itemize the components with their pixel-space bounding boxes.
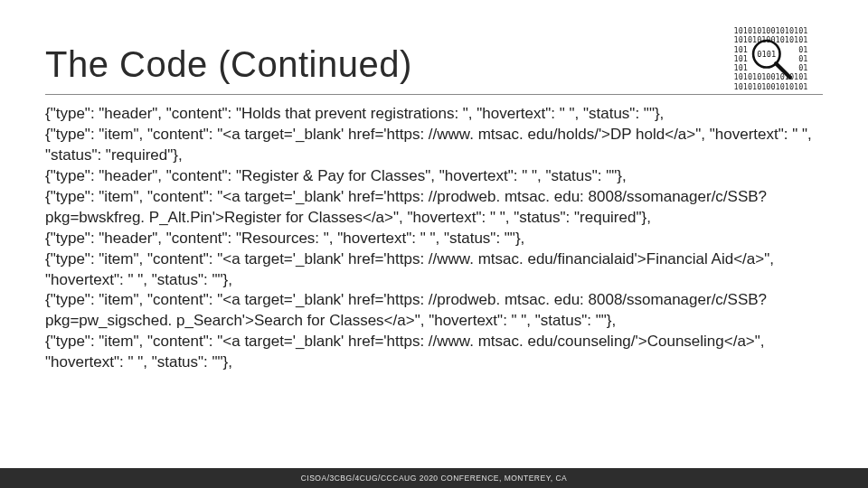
title-underline [45,94,823,95]
magnifier-icon: 0101 [748,35,795,82]
binary-row: 1010101001010101 [719,83,823,91]
svg-text:0101: 0101 [757,50,776,59]
binary-row: 1010101001010101 [719,27,823,35]
code-body: {"type": "header", "content": "Holds tha… [45,104,823,373]
svg-line-1 [776,63,790,78]
code-line: {"type": "header", "content": "Resources… [45,230,524,247]
title-row: The Code (Continued) 1010101001010101 10… [45,27,823,90]
slide: The Code (Continued) 1010101001010101 10… [0,0,868,488]
code-line: {"type": "item", "content": "<a target='… [45,291,771,329]
slide-title: The Code (Continued) [45,44,412,90]
code-line: {"type": "item", "content": "<a target='… [45,188,771,226]
code-line: {"type": "header", "content": "Register … [45,167,627,184]
code-line: {"type": "header", "content": "Holds tha… [45,105,664,122]
code-line: {"type": "item", "content": "<a target='… [45,126,816,164]
slide-footer: CISOA/3CBG/4CUG/CCCAUG 2020 CONFERENCE, … [0,468,868,488]
binary-magnifier-icon: 1010101001010101 1010101001010101 101 01… [719,27,823,90]
code-line: {"type": "item", "content": "<a target='… [45,333,769,371]
code-line: {"type": "item", "content": "<a target='… [45,250,778,288]
